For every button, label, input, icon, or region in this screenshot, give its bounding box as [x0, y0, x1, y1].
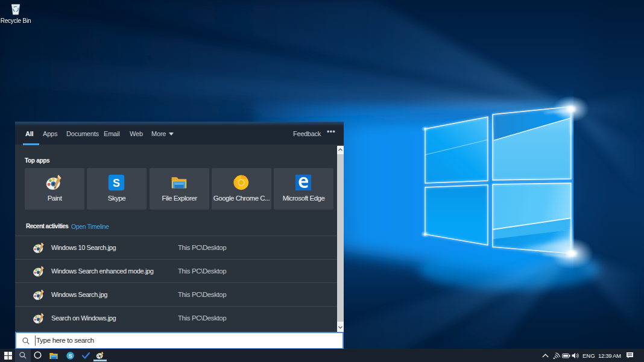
- svg-text:S: S: [113, 177, 120, 189]
- svg-text:S: S: [69, 353, 72, 359]
